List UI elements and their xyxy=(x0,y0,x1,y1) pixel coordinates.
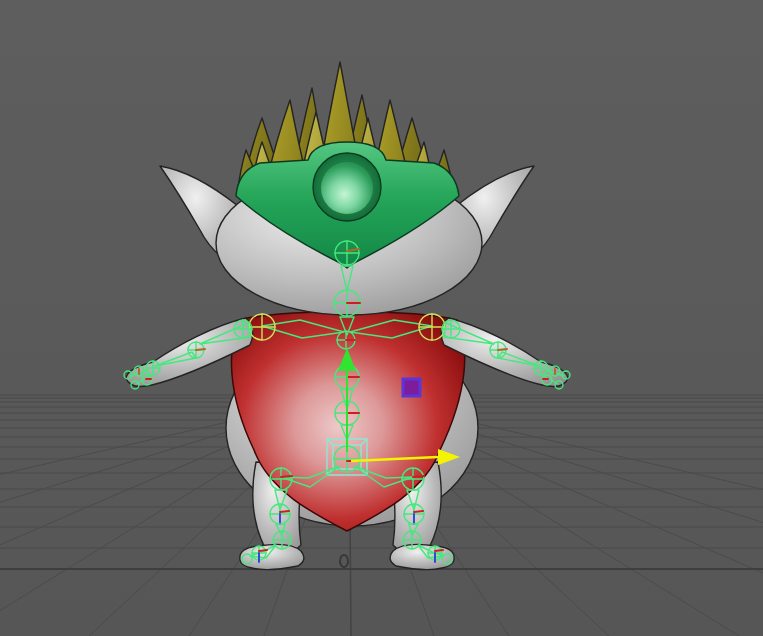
joint-right-elbow[interactable] xyxy=(490,342,507,358)
joint-left-knee[interactable] xyxy=(270,504,290,524)
joint-left-shoulder[interactable] xyxy=(249,314,275,340)
joint-left-wrist[interactable] xyxy=(146,361,160,375)
joint-head[interactable] xyxy=(335,241,359,265)
joint-right-knee[interactable] xyxy=(404,504,424,524)
joint-left-elbow[interactable] xyxy=(188,342,205,358)
joint-chest[interactable] xyxy=(337,331,355,349)
joint-left-hip[interactable] xyxy=(270,468,292,490)
headband-gem[interactable] xyxy=(321,162,373,214)
right-foot-mesh xyxy=(390,544,454,569)
joint-right-hip[interactable] xyxy=(402,468,424,490)
selection-marker-square[interactable] xyxy=(403,379,420,396)
joint-right-wrist[interactable] xyxy=(534,361,548,375)
left-foot-mesh xyxy=(240,544,304,569)
joint-right-shoulder[interactable] xyxy=(419,314,445,340)
joint-neck[interactable] xyxy=(334,290,360,316)
viewport-canvas[interactable] xyxy=(0,0,763,636)
